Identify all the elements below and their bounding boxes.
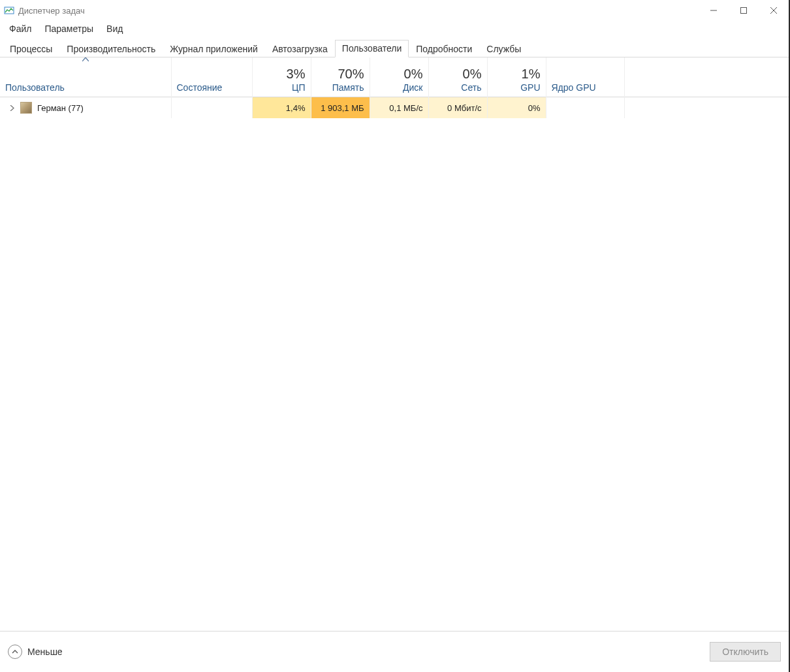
maximize-button[interactable] — [729, 0, 759, 21]
menubar: Файл Параметры Вид — [0, 21, 789, 37]
tabbar: Процессы Производительность Журнал прило… — [0, 37, 789, 57]
close-button[interactable] — [759, 0, 789, 21]
col-header-gpucore[interactable]: Ядро GPU — [546, 57, 624, 97]
tab-processes[interactable]: Процессы — [3, 40, 59, 57]
minimize-button[interactable] — [699, 0, 729, 21]
tab-services[interactable]: Службы — [479, 40, 528, 57]
user-row[interactable]: Герман (77) 1,4% 1 903,1 МБ 0,1 МБ/с 0 М… — [0, 97, 789, 119]
col-cpu-value: 3% — [287, 67, 306, 81]
col-state-label: Состояние — [177, 82, 247, 93]
col-mem-value: 70% — [338, 67, 364, 81]
fewer-label: Меньше — [27, 647, 63, 657]
col-mem-label: Память — [332, 82, 364, 93]
menu-view[interactable]: Вид — [100, 22, 129, 35]
col-gpucore-label: Ядро GPU — [552, 82, 619, 93]
cell-cpu: 1,4% — [253, 97, 311, 118]
col-user-label: Пользователь — [5, 82, 166, 93]
tab-details[interactable]: Подробности — [409, 40, 479, 57]
col-disk-value: 0% — [404, 67, 423, 81]
footer: Меньше Отключить — [0, 632, 789, 672]
tab-apphistory[interactable]: Журнал приложений — [163, 40, 265, 57]
col-gpu-value: 1% — [522, 67, 541, 81]
cell-gpucore — [546, 97, 624, 118]
users-table: Пользователь Состояние 3% ЦП 70% Память — [0, 57, 789, 118]
col-header-net[interactable]: 0% Сеть — [428, 57, 487, 97]
col-net-label: Сеть — [461, 82, 481, 93]
cell-net: 0 Мбит/с — [429, 97, 487, 118]
user-avatar-icon — [20, 102, 32, 114]
tab-startup[interactable]: Автозагрузка — [265, 40, 335, 57]
tab-users[interactable]: Пользователи — [335, 40, 409, 57]
col-header-user[interactable]: Пользователь — [0, 57, 171, 97]
menu-file[interactable]: Файл — [3, 22, 38, 35]
fewer-details-button[interactable]: Меньше — [8, 645, 63, 659]
cell-state — [172, 97, 252, 118]
col-cpu-label: ЦП — [292, 82, 305, 93]
col-header-mem[interactable]: 70% Память — [311, 57, 370, 97]
app-icon — [4, 5, 14, 16]
col-header-gpu[interactable]: 1% GPU — [487, 57, 546, 97]
content-area: Пользователь Состояние 3% ЦП 70% Память — [0, 57, 789, 632]
col-header-state[interactable]: Состояние — [171, 57, 252, 97]
chevron-right-icon[interactable] — [9, 105, 15, 111]
disconnect-button[interactable]: Отключить — [710, 642, 781, 662]
svg-rect-2 — [741, 8, 747, 14]
user-name: Герман (77) — [37, 103, 84, 113]
titlebar[interactable]: Диспетчер задач — [0, 0, 789, 21]
tab-performance[interactable]: Производительность — [59, 40, 163, 57]
task-manager-window: Диспетчер задач Файл Параметры Вид Проце… — [0, 0, 790, 672]
cell-disk: 0,1 МБ/с — [370, 97, 428, 118]
col-gpu-label: GPU — [520, 82, 540, 93]
chevron-up-icon — [8, 645, 22, 659]
sort-indicator-icon — [0, 57, 171, 65]
col-disk-label: Диск — [403, 82, 422, 93]
cell-mem: 1 903,1 МБ — [311, 97, 370, 118]
window-title: Диспетчер задач — [18, 6, 85, 16]
col-header-cpu[interactable]: 3% ЦП — [252, 57, 311, 97]
menu-options[interactable]: Параметры — [38, 22, 100, 35]
col-net-value: 0% — [463, 67, 482, 81]
col-header-disk[interactable]: 0% Диск — [370, 57, 428, 97]
cell-gpu: 0% — [488, 97, 546, 118]
